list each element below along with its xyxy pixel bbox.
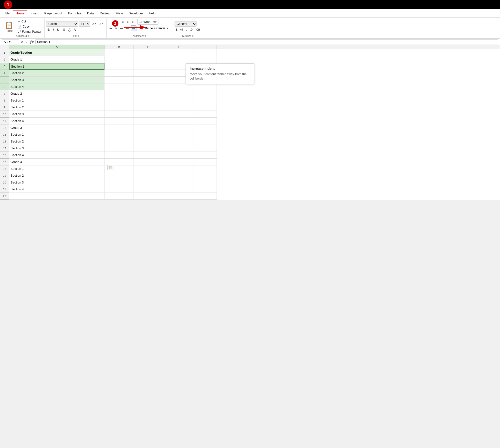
cell-C10[interactable] <box>134 111 163 118</box>
number-expand-icon[interactable]: ⧉ <box>192 35 193 37</box>
wrap-text-button[interactable]: ⮐ Wrap Text <box>137 19 159 25</box>
cell-a11[interactable]: Section 4 <box>9 118 104 125</box>
cell-B16[interactable] <box>104 152 134 159</box>
row-num-14[interactable]: 14 <box>0 138 9 145</box>
menu-page-layout[interactable]: Page Layout <box>42 11 65 16</box>
fx-icon[interactable]: ƒx <box>30 40 34 44</box>
menu-review[interactable]: Review <box>97 11 113 16</box>
paste-button[interactable]: 📋 Paste <box>3 20 15 33</box>
cell-E12[interactable] <box>192 125 217 131</box>
cell-B6[interactable] <box>104 83 134 90</box>
cell-D22[interactable] <box>163 193 192 200</box>
cell-a19[interactable]: Section 2 <box>9 172 104 179</box>
cell-a18[interactable]: Section 1 <box>9 165 104 172</box>
cell-E20[interactable] <box>192 179 217 186</box>
col-header-a[interactable]: A <box>9 45 104 49</box>
format-painter-button[interactable]: 🖌 Format Painter <box>16 29 42 34</box>
font-grow-button[interactable]: A⁺ <box>91 22 97 26</box>
cell-B5[interactable] <box>104 77 134 83</box>
currency-button[interactable]: $ <box>175 27 179 32</box>
cell-E13[interactable] <box>192 131 217 138</box>
font-size-select[interactable]: 11 <box>79 21 90 27</box>
cell-B7[interactable] <box>104 90 134 97</box>
row-num-12[interactable]: 12 <box>0 125 9 131</box>
cell-C4[interactable] <box>134 70 163 77</box>
align-center-button[interactable]: 2 ≡ <box>114 26 118 31</box>
cell-E6[interactable] <box>192 83 217 90</box>
cell-C6[interactable] <box>134 83 163 90</box>
cell-B13[interactable] <box>104 131 134 138</box>
row-num-17[interactable]: 17 <box>0 159 9 165</box>
cell-E22[interactable] <box>192 193 217 200</box>
cut-button[interactable]: ✂ Cut <box>16 19 42 24</box>
cell-B8[interactable] <box>104 97 134 104</box>
cell-a7[interactable]: Grade 2 <box>9 90 104 97</box>
cell-B10[interactable] <box>104 111 134 118</box>
cell-D12[interactable] <box>163 125 192 131</box>
cell-D18[interactable] <box>163 165 192 172</box>
cell-B12[interactable] <box>104 125 134 131</box>
font-shrink-button[interactable]: A⁻ <box>98 22 104 26</box>
cancel-formula-icon[interactable]: ✕ <box>20 40 24 44</box>
row-num-4[interactable]: 4 <box>0 70 9 77</box>
cell-E8[interactable] <box>192 97 217 104</box>
copy-button[interactable]: 📄 Copy <box>16 24 42 29</box>
cell-B2[interactable] <box>104 56 134 63</box>
row-num-20[interactable]: 20 <box>0 179 9 186</box>
row-num-7[interactable]: 7 <box>0 90 9 97</box>
number-format-select[interactable]: General <box>175 21 197 27</box>
cell-D20[interactable] <box>163 179 192 186</box>
cell-D19[interactable] <box>163 172 192 179</box>
cell-E16[interactable] <box>192 152 217 159</box>
cell-C16[interactable] <box>134 152 163 159</box>
row-num-3[interactable]: 3 <box>0 63 9 70</box>
cell-a8[interactable]: Section 1 <box>9 97 104 104</box>
cell-D11[interactable] <box>163 118 192 125</box>
align-left-button[interactable]: ⬅ <box>108 26 114 31</box>
col-header-b[interactable]: B <box>104 45 134 49</box>
cell-C14[interactable] <box>134 138 163 145</box>
cell-a9[interactable]: Section 2 <box>9 104 104 111</box>
cell-D14[interactable] <box>163 138 192 145</box>
cell-E11[interactable] <box>192 118 217 125</box>
menu-file[interactable]: File <box>2 11 12 16</box>
cell-D17[interactable] <box>163 159 192 165</box>
cell-C2[interactable] <box>134 56 163 63</box>
align-right-button[interactable]: ➡ <box>119 26 124 31</box>
cell-D16[interactable] <box>163 152 192 159</box>
cell-D9[interactable] <box>163 104 192 111</box>
align-top-center-button[interactable]: ≡ <box>125 19 130 25</box>
cell-a1[interactable]: Grade/Section <box>9 49 104 56</box>
cell-E1[interactable] <box>192 49 217 56</box>
menu-data[interactable]: Data <box>85 11 96 16</box>
cell-a21[interactable]: Section 4 <box>9 186 104 193</box>
cell-E17[interactable] <box>192 159 217 165</box>
cell-E10[interactable] <box>192 111 217 118</box>
row-num-6[interactable]: 6 <box>0 83 9 90</box>
confirm-formula-icon[interactable]: ✓ <box>25 40 28 44</box>
row-num-19[interactable]: 19 <box>0 172 9 179</box>
cell-D21[interactable] <box>163 186 192 193</box>
comma-button[interactable]: , <box>185 27 188 32</box>
menu-help[interactable]: Help <box>147 11 158 16</box>
cell-B4[interactable] <box>104 70 134 77</box>
cell-a16[interactable]: Section 4 <box>9 152 104 159</box>
formula-input[interactable] <box>35 39 498 44</box>
cell-B20[interactable] <box>104 179 134 186</box>
cell-a2[interactable]: Grade 1 <box>9 56 104 63</box>
font-name-select[interactable]: Calibri <box>46 21 78 27</box>
decrease-indent-button[interactable]: ⇤ <box>125 26 130 31</box>
col-header-e[interactable]: E <box>192 45 217 49</box>
cell-ref-dropdown[interactable]: ▼ <box>9 41 11 43</box>
cell-a10[interactable]: Section 3 <box>9 111 104 118</box>
cell-D10[interactable] <box>163 111 192 118</box>
cell-D6[interactable] <box>163 83 192 90</box>
cell-D13[interactable] <box>163 131 192 138</box>
menu-view[interactable]: View <box>114 11 125 16</box>
cell-C13[interactable] <box>134 131 163 138</box>
cell-a14[interactable]: Section 2 <box>9 138 104 145</box>
cell-a12[interactable]: Grade 3 <box>9 125 104 131</box>
cell-B15[interactable] <box>104 145 134 152</box>
cell-C5[interactable] <box>134 77 163 83</box>
cell-C20[interactable] <box>134 179 163 186</box>
